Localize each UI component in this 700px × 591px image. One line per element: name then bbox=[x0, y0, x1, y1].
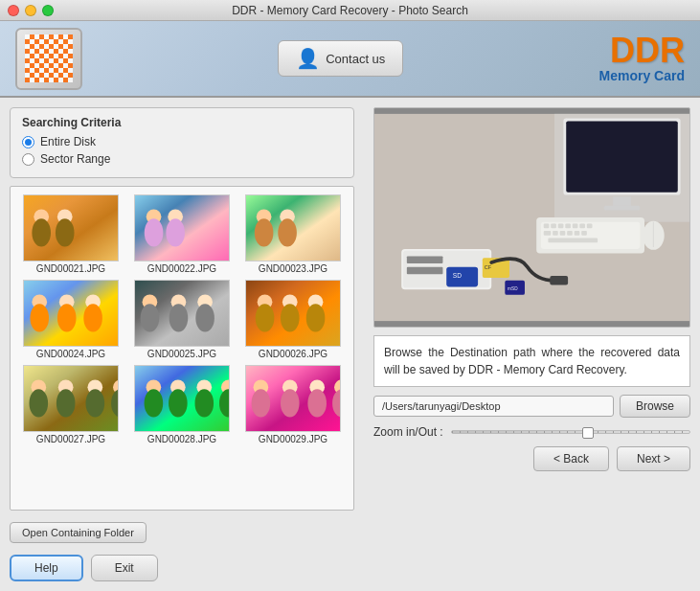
photo-label: GND00025.JPG bbox=[147, 349, 216, 359]
list-item[interactable]: GND00021.JPG bbox=[18, 194, 124, 274]
logo-icon bbox=[25, 34, 73, 82]
path-input[interactable] bbox=[373, 396, 614, 417]
description-text: Browse the Destination path where the re… bbox=[384, 346, 680, 376]
app-logo bbox=[15, 28, 82, 90]
list-item[interactable]: GND00025.JPG bbox=[129, 280, 235, 359]
radio-sector-range-label: Sector Range bbox=[40, 152, 110, 166]
radio-entire-disk-label: Entire Disk bbox=[40, 135, 96, 148]
photo-grid: GND00021.JPGGND00022.JPGGND00023.JPGGND0… bbox=[11, 187, 353, 452]
left-panel: Searching Criteria Entire Disk Sector Ra… bbox=[0, 98, 364, 591]
svg-rect-71 bbox=[544, 224, 550, 229]
list-item[interactable]: GND00029.JPG bbox=[240, 365, 346, 444]
svg-point-47 bbox=[145, 389, 164, 417]
list-item[interactable]: GND00024.JPG bbox=[18, 280, 124, 359]
zoom-slider[interactable] bbox=[451, 430, 690, 434]
list-item[interactable]: GND00022.JPG bbox=[129, 194, 235, 274]
header: 👤 Contact us DDR Memory Card bbox=[0, 21, 700, 98]
path-row: Browse bbox=[373, 395, 690, 418]
close-button[interactable] bbox=[8, 5, 19, 16]
svg-rect-80 bbox=[560, 231, 566, 236]
svg-rect-83 bbox=[581, 231, 587, 236]
svg-point-19 bbox=[57, 304, 77, 331]
svg-point-17 bbox=[30, 304, 49, 331]
contact-label: Contact us bbox=[326, 52, 385, 66]
photo-label: GND00023.JPG bbox=[259, 263, 327, 274]
header-center: 👤 Contact us bbox=[82, 40, 599, 77]
list-item[interactable]: GND00027.JPG bbox=[18, 365, 124, 444]
radio-entire-disk[interactable]: Entire Disk bbox=[22, 135, 342, 148]
svg-point-56 bbox=[252, 389, 271, 417]
photo-grid-container[interactable]: GND00021.JPGGND00022.JPGGND00023.JPGGND0… bbox=[10, 186, 354, 511]
list-item[interactable]: GND00023.JPG bbox=[240, 194, 346, 274]
svg-point-49 bbox=[169, 389, 188, 417]
radio-sector-range[interactable]: Sector Range bbox=[22, 152, 342, 166]
open-folder-button[interactable]: Open Containing Folder bbox=[10, 522, 147, 543]
list-item[interactable]: GND00026.JPG bbox=[240, 280, 346, 359]
preview-svg: SD CF mSD bbox=[374, 108, 689, 327]
svg-point-21 bbox=[83, 304, 102, 331]
photo-label: GND00027.JPG bbox=[36, 434, 105, 444]
radio-entire-disk-circle[interactable] bbox=[22, 136, 34, 148]
help-button[interactable]: Help bbox=[10, 555, 83, 581]
svg-point-60 bbox=[307, 389, 327, 417]
svg-point-40 bbox=[56, 389, 76, 417]
next-button[interactable]: Next > bbox=[617, 446, 690, 471]
svg-rect-82 bbox=[575, 231, 580, 236]
zoom-slider-track bbox=[452, 431, 689, 433]
svg-rect-78 bbox=[544, 231, 552, 236]
photo-label: GND00022.JPG bbox=[147, 263, 216, 274]
svg-point-24 bbox=[141, 304, 160, 331]
svg-point-42 bbox=[86, 389, 105, 417]
svg-rect-79 bbox=[553, 231, 558, 236]
main-content: Searching Criteria Entire Disk Sector Ra… bbox=[0, 98, 700, 591]
svg-point-35 bbox=[306, 304, 326, 331]
brand-ddr: DDR bbox=[599, 34, 685, 68]
window-title: DDR - Memory Card Recovery - Photo Searc… bbox=[232, 4, 468, 17]
photo-label: GND00026.JPG bbox=[259, 349, 327, 359]
bottom-bar: Open Containing Folder bbox=[10, 522, 354, 543]
maximize-button[interactable] bbox=[42, 5, 54, 16]
svg-point-33 bbox=[281, 304, 300, 331]
svg-rect-66 bbox=[566, 121, 678, 192]
svg-point-7 bbox=[145, 218, 164, 246]
back-button[interactable]: < Back bbox=[533, 446, 609, 471]
browse-button[interactable]: Browse bbox=[620, 395, 690, 418]
exit-button[interactable]: Exit bbox=[91, 555, 158, 581]
svg-rect-75 bbox=[573, 224, 578, 229]
svg-point-51 bbox=[194, 389, 214, 417]
svg-rect-74 bbox=[565, 224, 571, 229]
svg-rect-84 bbox=[548, 239, 598, 243]
radio-sector-range-circle[interactable] bbox=[22, 153, 34, 166]
contact-button[interactable]: 👤 Contact us bbox=[278, 40, 403, 77]
svg-point-26 bbox=[169, 304, 189, 331]
svg-rect-77 bbox=[587, 224, 593, 229]
zoom-row: Zoom in/Out : bbox=[373, 425, 690, 439]
preview-image: SD CF mSD bbox=[373, 107, 690, 328]
minimize-button[interactable] bbox=[25, 5, 36, 16]
svg-point-31 bbox=[256, 304, 275, 331]
svg-rect-76 bbox=[579, 224, 585, 229]
contact-icon: 👤 bbox=[296, 47, 320, 70]
svg-point-4 bbox=[56, 218, 75, 246]
photo-label: GND00029.JPG bbox=[259, 434, 327, 444]
svg-rect-95 bbox=[550, 276, 568, 284]
list-item[interactable]: GND00028.JPG bbox=[129, 365, 235, 444]
brand: DDR Memory Card bbox=[599, 34, 685, 83]
svg-rect-72 bbox=[551, 224, 556, 229]
right-panel: SD CF mSD Browse the Destination path wh… bbox=[364, 98, 700, 591]
svg-point-2 bbox=[32, 218, 51, 246]
svg-text:mSD: mSD bbox=[508, 286, 518, 291]
nav-buttons: < Back Next > bbox=[373, 446, 690, 471]
svg-rect-81 bbox=[567, 231, 573, 236]
svg-point-14 bbox=[278, 218, 297, 246]
svg-point-38 bbox=[30, 389, 49, 417]
svg-rect-90 bbox=[407, 267, 443, 275]
svg-text:CF: CF bbox=[485, 264, 492, 270]
brand-sub: Memory Card bbox=[599, 68, 685, 83]
photo-label: GND00021.JPG bbox=[36, 263, 105, 274]
svg-point-58 bbox=[281, 389, 300, 417]
criteria-title: Searching Criteria bbox=[22, 116, 342, 129]
svg-rect-73 bbox=[558, 224, 564, 229]
zoom-thumb[interactable] bbox=[582, 427, 594, 439]
photo-label: GND00024.JPG bbox=[36, 349, 105, 359]
